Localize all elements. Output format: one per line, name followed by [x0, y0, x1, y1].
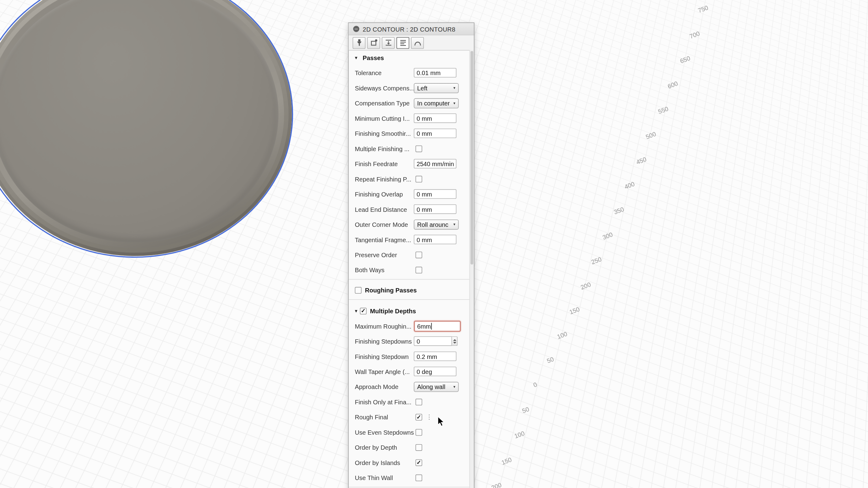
rough-final-checkbox[interactable]: ✓ [415, 414, 422, 420]
finishing-stepdowns-input[interactable]: 0 [414, 336, 452, 346]
finish-feedrate-input[interactable]: 2540 mm/min [414, 159, 456, 168]
field-label: Use Even Stepdowns [355, 429, 414, 435]
field-row: Finishing Stepdown 0.2 mm [349, 349, 474, 364]
chevron-down-icon: ▾ [453, 101, 455, 105]
finish-only-final-checkbox[interactable] [415, 398, 422, 405]
spinner-up-icon[interactable] [453, 339, 456, 340]
finishing-stepdowns-stepper[interactable] [452, 336, 458, 346]
tolerance-value: 0.01 mm [416, 69, 440, 76]
field-row: Preserve Order [349, 247, 474, 262]
minimum-cutting-value: 0 mm [416, 115, 432, 122]
repeat-finishing-checkbox[interactable] [415, 175, 422, 182]
dialog-tab-strip [349, 35, 474, 50]
tangential-fragment-value: 0 mm [416, 236, 432, 243]
sideways-compensation-select[interactable]: Left ▾ [414, 83, 459, 93]
approach-mode-select[interactable]: Along wall ▾ [414, 382, 459, 392]
wall-taper-angle-input[interactable]: 0 deg [414, 367, 456, 376]
field-row: Minimum Cutting I... 0 mm [349, 111, 474, 126]
field-label: Sideways Compens... [355, 85, 414, 91]
field-label: Use Thin Wall [355, 474, 414, 481]
field-row: Sideways Compens... Left ▾ [349, 80, 474, 95]
disc-body[interactable] [0, 0, 292, 256]
lead-end-distance-input[interactable]: 0 mm [414, 205, 456, 214]
field-label: Finishing Stepdown [355, 353, 414, 360]
minimum-cutting-input[interactable]: 0 mm [414, 114, 456, 123]
multiple-depths-checkbox[interactable]: ✓ [360, 307, 367, 314]
field-label: Approach Mode [355, 383, 414, 390]
field-label: Both Ways [355, 266, 414, 273]
linking-icon [413, 39, 422, 47]
field-label: Order by Islands [355, 459, 414, 466]
use-even-stepdowns-checkbox[interactable] [415, 429, 422, 435]
lead-end-distance-value: 0 mm [416, 206, 432, 212]
selected-option: Roll arounc [417, 221, 448, 228]
spinner-down-icon[interactable] [453, 342, 456, 343]
finishing-stepdowns-value: 0 [416, 338, 420, 344]
field-row: Wall Taper Angle (... 0 deg [349, 364, 474, 379]
finishing-overlap-value: 0 mm [416, 191, 432, 197]
field-row: Compensation Type In computer ▾ [349, 95, 474, 110]
field-row: Tangential Fragme... 0 mm [349, 232, 474, 247]
application-viewport: 750 700 650 600 550 500 450 400 350 300 … [0, 0, 868, 488]
tab-heights[interactable] [382, 37, 395, 49]
wall-taper-angle-value: 0 deg [416, 368, 432, 375]
field-row: Finishing Stepdowns 0 [349, 334, 474, 348]
order-by-islands-checkbox[interactable]: ✓ [415, 459, 422, 466]
finish-feedrate-value: 2540 mm/min [416, 160, 454, 167]
field-row: Finishing Smoothir... 0 mm [349, 126, 474, 141]
tangential-fragment-input[interactable]: 0 mm [414, 235, 456, 244]
finishing-stepdown-value: 0.2 mm [416, 353, 437, 360]
scrollbar-thumb[interactable] [470, 51, 473, 265]
finishing-overlap-input[interactable]: 0 mm [414, 189, 456, 199]
use-thin-wall-checkbox[interactable] [415, 474, 422, 481]
tool-icon [355, 39, 363, 47]
tolerance-input[interactable]: 0.01 mm [414, 68, 456, 78]
multiple-depths-section-header[interactable]: ▾ ✓ Multiple Depths [349, 303, 474, 318]
multiple-finishing-checkbox[interactable] [415, 145, 422, 152]
outer-corner-mode-select[interactable]: Roll arounc ▾ [414, 219, 459, 229]
tab-linking[interactable] [411, 37, 424, 49]
both-ways-checkbox[interactable] [415, 266, 422, 273]
dialog-scrollbar[interactable] [469, 50, 474, 488]
preserve-order-checkbox[interactable] [415, 251, 422, 258]
dialog-content: ▾ Passes Tolerance 0.01 mm Sideways Comp… [349, 51, 474, 488]
finishing-smoothing-input[interactable]: 0 mm [414, 128, 456, 138]
tab-passes[interactable] [396, 37, 409, 49]
order-by-depth-checkbox[interactable] [415, 444, 422, 451]
field-row: Finishing Overlap 0 mm [349, 186, 474, 202]
maximum-roughing-input[interactable]: 6mm [414, 320, 461, 332]
text-caret [432, 323, 432, 329]
field-label: Tangential Fragme... [355, 236, 414, 243]
heights-icon [384, 39, 392, 47]
dialog-titlebar[interactable]: – 2D CONTOUR : 2D CONTOUR8 [349, 23, 474, 35]
tab-geometry[interactable] [367, 37, 380, 49]
field-row: Both Ways [349, 262, 474, 277]
field-label: Finishing Overlap [355, 191, 414, 197]
collapse-arrow-icon: ▾ [355, 308, 360, 313]
field-row: Rough Final ✓ ⋮ [349, 409, 474, 424]
field-label: Tolerance [355, 69, 414, 76]
dialog-title: 2D CONTOUR : 2D CONTOUR8 [363, 25, 456, 32]
operation-badge-icon: – [353, 26, 359, 32]
field-label: Finish Only at Fina... [355, 398, 414, 405]
selected-option: Left [417, 85, 428, 91]
field-row: Repeat Finishing P... [349, 171, 474, 186]
field-label: Repeat Finishing P... [355, 175, 414, 182]
section-title: Multiple Depths [370, 307, 416, 314]
field-row: Lead End Distance 0 mm [349, 202, 474, 217]
geometry-icon [370, 39, 378, 47]
field-label: Compensation Type [355, 100, 414, 106]
passes-section-header[interactable]: ▾ Passes [349, 51, 474, 65]
finishing-stepdown-input[interactable]: 0.2 mm [414, 352, 456, 361]
field-row: Multiple Finishing ... [349, 141, 474, 156]
roughing-passes-section-header[interactable]: Roughing Passes [349, 282, 474, 297]
compensation-type-select[interactable]: In computer ▾ [414, 98, 459, 108]
chevron-down-icon: ▾ [453, 385, 455, 389]
field-label: Multiple Finishing ... [355, 145, 414, 152]
field-label: Preserve Order [355, 251, 414, 258]
roughing-passes-checkbox[interactable] [355, 286, 362, 293]
tab-tool[interactable] [352, 37, 365, 49]
selected-option: In computer [417, 100, 450, 106]
drag-handle-icon[interactable]: ⋮ [426, 413, 432, 421]
field-label: Finishing Stepdowns [355, 338, 414, 344]
